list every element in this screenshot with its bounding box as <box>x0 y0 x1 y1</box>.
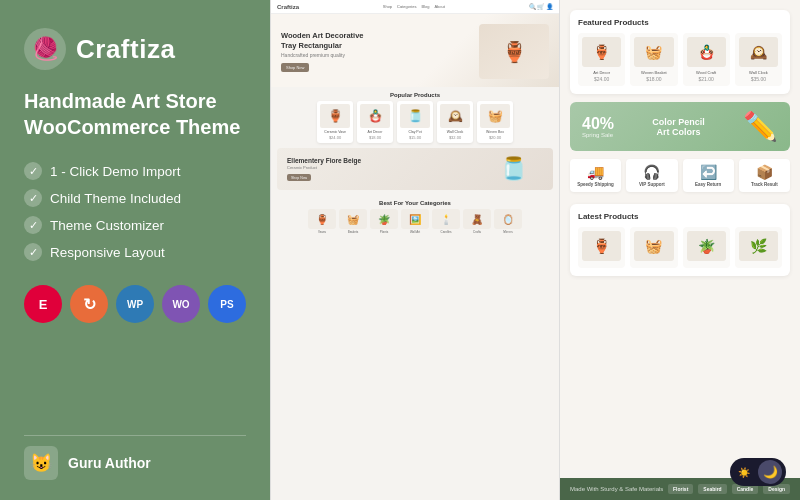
featured-price-1: $24.00 <box>582 76 621 82</box>
banner-img: 🫙 <box>483 156 543 182</box>
feature-3: ✓ Theme Customizer <box>24 216 246 234</box>
product-3-name: Clay Pot <box>400 130 430 134</box>
brand-name: Craftiza <box>76 34 175 65</box>
tech-badges: E ↻ WP WO PS <box>24 285 246 323</box>
featured-product-1[interactable]: 🏺 Art Decor $24.00 <box>578 33 625 86</box>
service-shipping: 🚚 Speedy Shipping <box>570 159 621 192</box>
features-list: ✓ 1 - Click Demo Import ✓ Child Theme In… <box>24 162 246 261</box>
preview-product-5[interactable]: 🧺 Woven Box $20.00 <box>477 101 513 143</box>
featured-title: Featured Products <box>578 18 782 27</box>
latest-product-1[interactable]: 🏺 <box>578 227 625 268</box>
preview-product-4[interactable]: 🕰️ Wall Clock $32.00 <box>437 101 473 143</box>
latest-product-2[interactable]: 🧺 <box>630 227 677 268</box>
author-icon: 😺 <box>24 446 58 480</box>
moon-icon: 🌙 <box>763 465 778 479</box>
shipping-icon: 🚚 <box>575 164 616 180</box>
shipping-label: Speedy Shipping <box>575 182 616 187</box>
featured-price-3: $21.00 <box>687 76 726 82</box>
latest-product-4[interactable]: 🌿 <box>735 227 782 268</box>
logo-1: Florist <box>668 484 693 494</box>
cat-section-title: Best For Your Categories <box>271 195 559 209</box>
featured-products: 🏺 Art Decor $24.00 🧺 Woven Basket $18.00… <box>578 33 782 86</box>
check-icon-1: ✓ <box>24 162 42 180</box>
featured-img-4: 🕰️ <box>739 37 778 67</box>
product-5-price: $20.00 <box>480 135 510 140</box>
preview-product-1[interactable]: 🏺 Ceramic Vase $24.00 <box>317 101 353 143</box>
preview-hero-btn[interactable]: Shop Now <box>281 63 309 72</box>
product-3-price: $15.00 <box>400 135 430 140</box>
preview-hero-img: 🏺 <box>479 24 549 79</box>
cat-2[interactable]: 🧺 Baskets <box>339 209 367 234</box>
promo-img: ✏️ <box>743 110 778 143</box>
preview-product-2[interactable]: 🪆 Art Decor $18.00 <box>357 101 393 143</box>
product-1-price: $24.00 <box>320 135 350 140</box>
product-2-price: $18.00 <box>360 135 390 140</box>
dark-mode-toggle[interactable]: ☀️ 🌙 <box>730 458 786 486</box>
preview-nav: Craftiza Shop Categories Blog About 🔍 🛒 … <box>271 0 559 14</box>
product-5-name: Woven Box <box>480 130 510 134</box>
featured-price-4: $35.00 <box>739 76 778 82</box>
preview-cats: 🏺 Vases 🧺 Baskets 🪴 Plants 🖼️ Wall Art 🕯… <box>271 209 559 239</box>
tagline: Handmade Art StoreWooCommerce Theme <box>24 88 246 140</box>
product-2-name: Art Decor <box>360 130 390 134</box>
preview-hero-title: Wooden Art DecorativeTray Rectangular <box>281 31 471 51</box>
featured-section: Featured Products 🏺 Art Decor $24.00 🧺 W… <box>570 10 790 94</box>
featured-product-4[interactable]: 🕰️ Wall Clock $35.00 <box>735 33 782 86</box>
services-row: 🚚 Speedy Shipping 🎧 VIP Support ↩️ Easy … <box>570 159 790 196</box>
cat-6[interactable]: 🧸 Crafts <box>463 209 491 234</box>
cat-5[interactable]: 🕯️ Candles <box>432 209 460 234</box>
product-1-name: Ceramic Vase <box>320 130 350 134</box>
bottom-bar-text: Made With Sturdy & Safe Materials <box>570 486 663 492</box>
product-4-img: 🕰️ <box>440 104 470 128</box>
product-1-img: 🏺 <box>320 104 350 128</box>
latest-img-2: 🧺 <box>634 231 673 261</box>
featured-price-2: $18.00 <box>634 76 673 82</box>
cat-4[interactable]: 🖼️ Wall Art <box>401 209 429 234</box>
offer-text: Spring Sale <box>582 132 614 138</box>
promo-offer: 40% Spring Sale <box>582 116 614 138</box>
service-support: 🎧 VIP Support <box>626 159 677 192</box>
featured-product-2[interactable]: 🧺 Woven Basket $18.00 <box>630 33 677 86</box>
product-4-name: Wall Clock <box>440 130 470 134</box>
preview-cards: 🏺 Ceramic Vase $24.00 🪆 Art Decor $18.00… <box>271 101 559 148</box>
product-4-price: $32.00 <box>440 135 470 140</box>
featured-name-4: Wall Clock <box>739 70 778 75</box>
preview-nav-links: Shop Categories Blog About <box>383 4 445 9</box>
latest-img-3: 🪴 <box>687 231 726 261</box>
product-3-img: 🫙 <box>400 104 430 128</box>
latest-title: Latest Products <box>578 212 782 221</box>
preview-nav-logo: Craftiza <box>277 4 299 10</box>
preview-product-3[interactable]: 🫙 Clay Pot $15.00 <box>397 101 433 143</box>
featured-product-3[interactable]: 🪆 Wood Craft $21.00 <box>683 33 730 86</box>
product-5-img: 🧺 <box>480 104 510 128</box>
woocommerce-badge: WO <box>162 285 200 323</box>
cat-3[interactable]: 🪴 Plants <box>370 209 398 234</box>
featured-name-3: Wood Craft <box>687 70 726 75</box>
right-preview: Featured Products 🏺 Art Decor $24.00 🧺 W… <box>560 0 800 478</box>
sun-icon: ☀️ <box>738 467 750 478</box>
service-track: 📦 Track Result <box>739 159 790 192</box>
preview-nav-icons: 🔍 🛒 👤 <box>529 3 553 10</box>
preview-banner-text: Ellementery Fiore Beige Ceramic Product … <box>287 157 361 182</box>
banner-subtitle: Ceramic Product <box>287 165 361 170</box>
featured-img-2: 🧺 <box>634 37 673 67</box>
featured-img-1: 🏺 <box>582 37 621 67</box>
preview-banner: Ellementery Fiore Beige Ceramic Product … <box>277 148 553 190</box>
toggle-knob: 🌙 <box>758 460 782 484</box>
author-section: 😺 Guru Author <box>24 435 246 480</box>
cat-7[interactable]: 🪞 Mirrors <box>494 209 522 234</box>
feature-4: ✓ Responsive Layout <box>24 243 246 261</box>
banner-btn[interactable]: Shop Now <box>287 174 311 181</box>
cat-1[interactable]: 🏺 Vases <box>308 209 336 234</box>
latest-product-3[interactable]: 🪴 <box>683 227 730 268</box>
support-label: VIP Support <box>631 182 672 187</box>
preview-hero-sub: Handcrafted premium quality <box>281 52 471 58</box>
photoshop-badge: PS <box>208 285 246 323</box>
preview-hero: Wooden Art DecorativeTray Rectangular Ha… <box>271 14 559 87</box>
promo-mid-text: Color PencilArt Colors <box>652 117 705 137</box>
popular-section-title: Popular Products <box>271 87 559 101</box>
track-label: Track Result <box>744 182 785 187</box>
middle-panel: Craftiza Shop Categories Blog About 🔍 🛒 … <box>270 0 560 500</box>
preview-hero-text: Wooden Art DecorativeTray Rectangular Ha… <box>281 31 471 73</box>
feature-2: ✓ Child Theme Included <box>24 189 246 207</box>
